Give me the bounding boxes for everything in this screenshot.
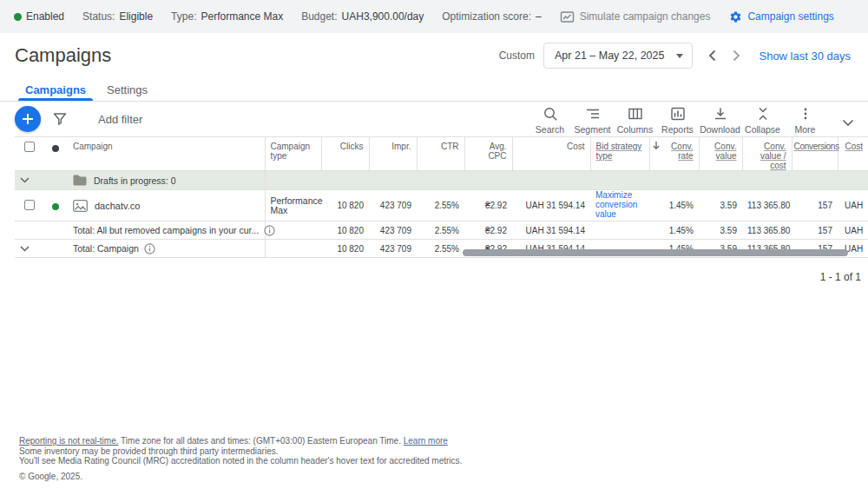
horizontal-scrollbar[interactable] xyxy=(463,249,848,256)
drafts-in-progress-link[interactable]: Drafts in progress: 0 xyxy=(94,175,176,186)
ctr-cell: 2.55% xyxy=(417,190,464,221)
tab-campaigns[interactable]: Campaigns xyxy=(15,78,96,101)
date-range-value: Apr 21 – May 22, 2025 xyxy=(555,50,664,62)
total-cost-cell: UAH 31 594.14 xyxy=(512,221,590,240)
type-group: Type: Performance Max xyxy=(171,10,283,23)
campaign-settings-button[interactable]: Campaign settings xyxy=(729,10,833,23)
chevron-left-icon xyxy=(708,50,716,62)
total-filtered-label: Total: All but removed campaigns in your… xyxy=(73,225,259,235)
column-header-conv-value-per-cost[interactable]: Conv. value / cost xyxy=(742,137,792,171)
total-conv-rate-cell: 1.45% xyxy=(649,221,699,240)
drafts-row: Drafts in progress: 0 xyxy=(15,171,868,190)
simulate-changes-button[interactable]: Simulate campaign changes xyxy=(560,10,711,24)
collapse-toolbar-button[interactable] xyxy=(842,112,854,127)
enabled-status-dot-icon xyxy=(14,13,22,21)
date-range-picker[interactable]: Apr 21 – May 22, 2025 xyxy=(543,43,693,69)
tab-bar: Campaigns Settings xyxy=(0,78,868,102)
info-icon[interactable] xyxy=(264,225,275,236)
column-header-cost[interactable]: Cost xyxy=(512,137,590,171)
enabled-status: Enabled xyxy=(14,10,64,23)
column-header-cost-per-conv[interactable]: Cost xyxy=(838,137,868,171)
column-header-bid-strategy-type[interactable]: Bid strategy type xyxy=(590,137,649,171)
segment-label: Segment xyxy=(574,124,610,135)
expand-drafts-chevron[interactable] xyxy=(20,177,62,183)
cost-per-conv-cell: UAH xyxy=(838,190,868,221)
column-header-clicks[interactable]: Clicks xyxy=(321,137,369,171)
column-header-avg-cpc[interactable]: Avg. CPC xyxy=(464,137,512,171)
search-icon xyxy=(542,106,558,122)
total-campaign-label: Total: Campaign xyxy=(73,243,139,254)
budget-label: Budget: xyxy=(301,10,337,23)
total-impr-cell: 423 709 xyxy=(369,240,417,258)
info-icon[interactable] xyxy=(144,243,155,254)
filter-funnel-icon xyxy=(53,112,67,126)
optimization-score-value: – xyxy=(536,10,542,23)
simulate-changes-label: Simulate campaign changes xyxy=(580,10,711,23)
simulate-icon xyxy=(560,10,575,24)
campaign-name-link[interactable]: dachatv.co xyxy=(95,201,140,211)
total-ctr-cell: 2.55% xyxy=(417,221,464,240)
collapse-button[interactable]: Collapse xyxy=(741,106,784,135)
segment-icon xyxy=(585,106,601,122)
total-clicks-cell: 10 820 xyxy=(321,221,369,240)
campaigns-table: Campaign Campaign type Clicks Impr. CTR … xyxy=(15,136,868,258)
search-button[interactable]: Search xyxy=(529,106,571,135)
download-button[interactable]: Download xyxy=(699,106,741,135)
column-header-campaign-type[interactable]: Campaign type xyxy=(265,137,321,171)
more-vertical-icon xyxy=(798,106,813,122)
plus-icon xyxy=(22,113,34,125)
learn-more-link[interactable]: Learn more xyxy=(404,436,448,446)
google-ads-campaigns-page: Enabled Status: Eligible Type: Performan… xyxy=(0,0,868,489)
status-column-dot-icon xyxy=(52,145,59,152)
previous-date-range-button[interactable] xyxy=(700,43,724,68)
chevron-down-icon xyxy=(20,177,30,183)
segment-button[interactable]: Segment xyxy=(571,106,614,135)
campaign-row: dachatv.co Performance Max 10 820 423 70… xyxy=(15,190,868,221)
footer-line-1: Reporting is not real-time. Time zone fo… xyxy=(19,436,462,446)
enabled-label: Enabled xyxy=(26,10,64,23)
column-header-conv-value[interactable]: Conv. value xyxy=(699,137,742,171)
more-label: More xyxy=(795,124,816,135)
tab-settings[interactable]: Settings xyxy=(96,78,158,101)
impr-cell: 423 709 xyxy=(369,190,417,221)
column-header-conversions[interactable]: Conversions xyxy=(792,137,838,171)
row-checkbox[interactable] xyxy=(24,200,35,210)
budget-group: Budget: UAH3,900.00/day xyxy=(301,10,424,23)
type-value: Performance Max xyxy=(201,10,283,23)
select-all-checkbox[interactable] xyxy=(24,142,35,152)
pagination-status: 1 - 1 of 1 xyxy=(15,258,868,283)
gear-icon xyxy=(729,10,742,23)
show-last-30-days-link[interactable]: Show last 30 days xyxy=(759,50,851,63)
reports-icon xyxy=(670,106,686,122)
campaign-status-bar: Enabled Status: Eligible Type: Performan… xyxy=(0,0,868,33)
footer-line-3: You'll see Media Rating Council (MRC) ac… xyxy=(19,456,462,466)
campaign-type-cell: Performance Max xyxy=(265,190,321,221)
conversions-cell: 157 xyxy=(792,190,838,221)
cost-cell: UAH 31 594.14 xyxy=(512,190,590,221)
columns-label: Columns xyxy=(617,124,653,135)
next-date-range-button[interactable] xyxy=(724,43,748,68)
status-group: Status: Eligible xyxy=(82,10,153,23)
columns-button[interactable]: Columns xyxy=(614,106,656,135)
page-header: Campaigns Custom Apr 21 – May 22, 2025 S… xyxy=(0,33,868,78)
more-button[interactable]: More xyxy=(784,106,826,135)
expand-total-chevron[interactable] xyxy=(20,246,62,252)
footer-line-2: Some inventory may be provided through t… xyxy=(19,446,462,457)
chevron-down-icon xyxy=(842,119,854,127)
column-header-campaign[interactable]: Campaign xyxy=(68,137,265,171)
bid-strategy-link[interactable]: Maximize conversion value xyxy=(595,190,644,219)
column-header-conv-rate[interactable]: Conv. rate xyxy=(649,137,699,171)
add-campaign-button[interactable] xyxy=(15,106,41,132)
add-filter-button[interactable]: Add filter xyxy=(98,113,142,126)
column-header-ctr[interactable]: CTR xyxy=(417,137,464,171)
page-title: Campaigns xyxy=(15,44,111,67)
reports-button[interactable]: Reports xyxy=(656,106,699,135)
column-header-impr[interactable]: Impr. xyxy=(369,137,417,171)
reporting-not-realtime-link[interactable]: Reporting is not real-time. xyxy=(19,436,119,446)
sort-descending-icon xyxy=(652,141,661,150)
total-impr-cell: 423 709 xyxy=(369,221,417,240)
date-range-type-label: Custom xyxy=(499,50,535,62)
table-header-row: Campaign Campaign type Clicks Impr. CTR … xyxy=(15,137,868,171)
table-toolbar: Add filter Search Segment Columns Report… xyxy=(0,102,868,136)
reports-label: Reports xyxy=(661,124,694,135)
